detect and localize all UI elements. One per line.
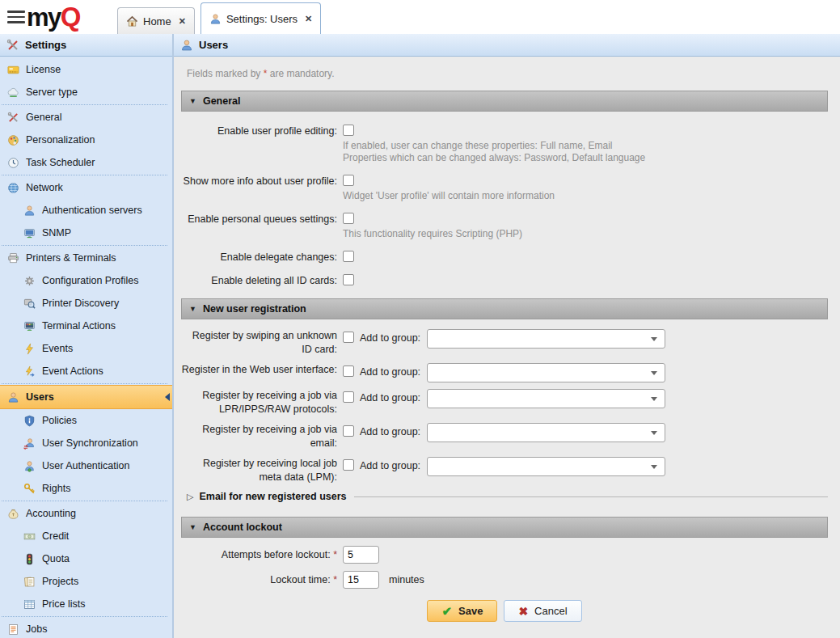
sidebar-item-label: Quota	[42, 553, 70, 564]
section-header-new-user-registration[interactable]: ▼ New user registration	[181, 298, 828, 319]
sidebar-item-configuration-profiles[interactable]: Configuration Profiles	[0, 269, 172, 292]
sidebar-item-general[interactable]: General	[0, 106, 172, 129]
register-email-job-checkbox[interactable]	[343, 425, 354, 437]
field-label: Register by receiving a job via LPR/IPPS…	[181, 389, 337, 416]
sidebar-item-user-authentication[interactable]: User Authentication	[0, 454, 172, 477]
lockout-time-input[interactable]	[343, 571, 379, 589]
sidebar-item-license[interactable]: License	[0, 58, 172, 81]
register-web-ui-checkbox[interactable]	[343, 365, 354, 377]
sidebar-item-event-actions[interactable]: Event Actions	[0, 360, 172, 382]
add-to-group-select[interactable]	[427, 329, 665, 349]
cancel-button-label: Cancel	[534, 605, 567, 617]
sidebar-header: Settings	[0, 34, 172, 57]
register-lpr-job-checkbox[interactable]	[343, 391, 354, 403]
enable-user-profile-editing-checkbox[interactable]	[343, 125, 354, 136]
printer-search-icon	[23, 298, 36, 310]
save-button[interactable]: ✔ Save	[427, 600, 497, 622]
add-to-group-select[interactable]	[427, 389, 665, 408]
field-label: Register by receiving a job via email:	[181, 423, 337, 450]
sidebar-item-price-lists[interactable]: Price lists	[0, 593, 172, 615]
field-label: Register in the Web user interface:	[181, 363, 337, 377]
sidebar-item-terminal-actions[interactable]: Terminal Actions	[0, 315, 172, 337]
add-to-group-label: Add to group:	[360, 459, 427, 473]
sidebar-item-events[interactable]: Events	[0, 337, 172, 360]
sidebar-item-printers-terminals[interactable]: Printers & Terminals	[0, 247, 172, 269]
sidebar-item-user-synchronization[interactable]: User Synchronization	[0, 432, 172, 454]
sidebar-item-projects[interactable]: Projects	[0, 570, 172, 593]
nav-separator	[2, 501, 167, 501]
lightning-icon	[23, 343, 36, 355]
enable-personal-queues-checkbox[interactable]	[343, 213, 354, 224]
chevron-down-icon	[651, 371, 657, 375]
sidebar-item-policies[interactable]: Policies	[0, 409, 172, 432]
subsection-email-for-new-registered-users[interactable]: ▷ Email for new registered users	[187, 491, 828, 502]
close-icon[interactable]: ✕	[179, 16, 186, 27]
cancel-button[interactable]: ✖ Cancel	[504, 600, 581, 622]
form-row: Register in the Web user interface: Add …	[181, 363, 828, 382]
field-label: Register by swiping an unknown ID card:	[181, 329, 337, 357]
sidebar-item-label: Printers & Terminals	[26, 252, 116, 264]
sidebar-item-credit[interactable]: Credit	[0, 525, 172, 547]
sidebar-item-users[interactable]: Users	[0, 385, 172, 409]
sidebar-item-printer-discovery[interactable]: Printer Discovery	[0, 292, 172, 315]
logo-text-my: my	[27, 3, 61, 32]
form-row: Register by receiving local job meta dat…	[181, 457, 828, 484]
sidebar-item-accounting[interactable]: Accounting	[0, 502, 172, 525]
sidebar-item-personalization[interactable]: Personalization	[0, 129, 172, 151]
add-to-group-select[interactable]	[427, 363, 665, 382]
close-icon[interactable]: ✕	[305, 14, 312, 24]
sidebar-item-snmp[interactable]: SNMP	[0, 222, 172, 244]
myq-logo: myQ	[27, 0, 80, 35]
tab-label: Settings: Users	[226, 13, 298, 25]
sidebar-item-label: Rights	[42, 483, 70, 494]
show-more-info-checkbox[interactable]	[343, 175, 354, 186]
form-row: Enable delegate changes:	[181, 251, 828, 264]
banknote-icon	[23, 530, 36, 543]
register-id-card-checkbox[interactable]	[343, 332, 354, 343]
form-row: Register by receiving a job via email: A…	[181, 423, 828, 450]
add-to-group-label: Add to group:	[360, 425, 427, 439]
main-panel-header: Users	[174, 34, 840, 57]
tab-settings-users[interactable]: Settings: Users ✕	[201, 2, 321, 34]
sidebar-item-label: Authentication servers	[42, 205, 142, 216]
document-icon	[7, 623, 19, 636]
sidebar-item-task-scheduler[interactable]: Task Scheduler	[0, 151, 172, 174]
add-to-group-select[interactable]	[427, 423, 665, 442]
palette-icon	[7, 134, 19, 146]
globe-icon	[7, 182, 19, 194]
user-icon	[23, 205, 36, 217]
sidebar-item-label: Credit	[42, 530, 69, 542]
section-header-general[interactable]: ▼ General	[181, 91, 828, 112]
sidebar-item-label: Configuration Profiles	[42, 275, 139, 286]
check-icon: ✔	[441, 604, 452, 619]
sidebar-item-label: License	[26, 64, 61, 75]
sidebar-item-label: Accounting	[26, 508, 76, 519]
sidebar-item-network[interactable]: Network	[0, 176, 172, 199]
add-to-group-select[interactable]	[427, 457, 665, 476]
add-to-group-label: Add to group:	[360, 391, 427, 405]
tab-home[interactable]: Home ✕	[117, 7, 195, 34]
section-header-account-lockout[interactable]: ▼ Account lockout	[181, 517, 828, 538]
enable-delegate-changes-checkbox[interactable]	[343, 251, 354, 262]
register-lpm-checkbox[interactable]	[343, 459, 354, 471]
menu-icon[interactable]	[7, 11, 25, 23]
sidebar-item-server-type[interactable]: Server type	[0, 81, 172, 104]
required-star: *	[333, 574, 337, 585]
attempts-before-lockout-input[interactable]	[343, 546, 379, 564]
sidebar-item-label: Server type	[26, 87, 78, 98]
nav-separator	[2, 245, 167, 246]
sidebar-item-quota[interactable]: Quota	[0, 547, 172, 570]
save-button-label: Save	[458, 605, 483, 617]
section-body-registration: Register by swiping an unknown ID card: …	[181, 319, 828, 517]
sidebar-item-rights[interactable]: Rights	[0, 477, 172, 500]
field-label: Lockout time: *	[181, 574, 337, 585]
nav-separator	[2, 616, 167, 617]
field-label: Enable delegate changes:	[181, 251, 337, 264]
sidebar-item-authentication-servers[interactable]: Authentication servers	[0, 199, 172, 222]
enable-deleting-id-cards-checkbox[interactable]	[343, 274, 354, 285]
terminal-icon	[23, 320, 36, 332]
tab-label: Home	[143, 15, 171, 27]
user-sync-icon	[23, 437, 36, 450]
sidebar-item-jobs[interactable]: Jobs	[0, 618, 172, 638]
key-icon	[23, 483, 36, 495]
